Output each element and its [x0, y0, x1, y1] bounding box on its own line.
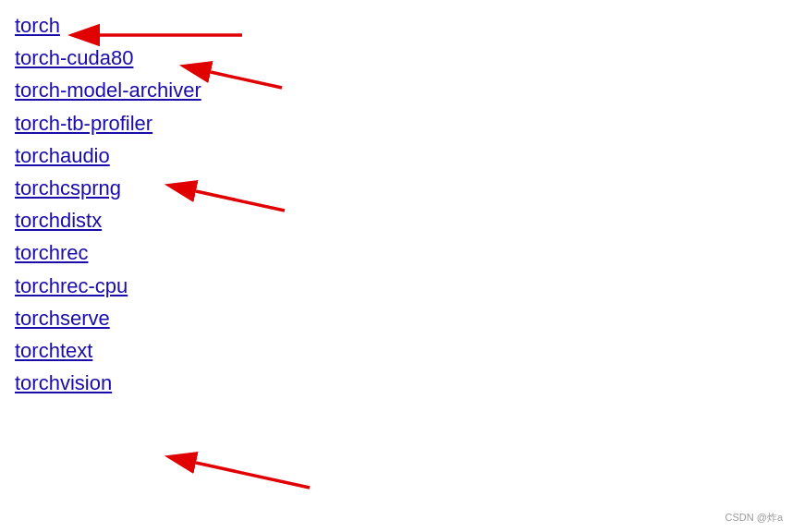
- link-torchvision[interactable]: torchvision: [15, 367, 777, 399]
- link-torchtext[interactable]: torchtext: [15, 334, 777, 367]
- watermark: CSDN @炸a: [725, 511, 783, 525]
- link-torch-model-archiver[interactable]: torch-model-archiver: [15, 74, 777, 106]
- link-torch-cuda80[interactable]: torch-cuda80: [15, 42, 777, 74]
- link-torchrec[interactable]: torchrec: [15, 236, 777, 269]
- link-torch-tb-profiler[interactable]: torch-tb-profiler: [15, 107, 777, 139]
- link-torchdistx[interactable]: torchdistx: [15, 204, 777, 236]
- link-torchaudio[interactable]: torchaudio: [15, 139, 777, 172]
- link-torchserve[interactable]: torchserve: [15, 302, 777, 334]
- link-torchrec-cpu[interactable]: torchrec-cpu: [15, 270, 777, 302]
- svg-line-7: [196, 463, 310, 488]
- link-torchcsprng[interactable]: torchcsprng: [15, 172, 777, 204]
- links-container: torchtorch-cuda80torch-model-archivertor…: [0, 0, 792, 408]
- link-torch[interactable]: torch: [15, 9, 777, 42]
